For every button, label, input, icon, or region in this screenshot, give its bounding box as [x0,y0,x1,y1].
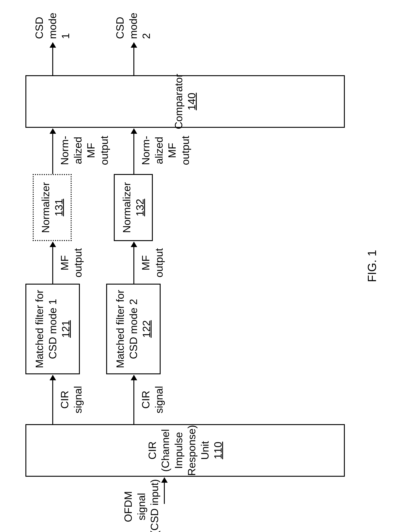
norm2-output-label: Norm- alized MF output [139,131,192,170]
arrow-out-2 [133,43,134,75]
mf2-output-label: MF output [139,246,165,280]
arrow-mf1-norm1 [52,242,53,284]
mf1-label-wrap: Matched filter for CSD mode 1 121 [33,285,72,374]
diagram-canvas: CIR (Channel Impulse Response) Unit 110 … [0,0,396,532]
cir-unit-label: CIR (Channel Impulse Response) Unit 110 [146,425,225,476]
arrow-out-1 [52,43,53,75]
norm1-output-label: Norm- alized MF output [58,131,111,170]
cir-unit-ref: 110 [212,442,224,459]
cir-signal-2-label: CIR signal [139,383,165,416]
arrow-mf2-norm2 [133,242,134,284]
norm1-ref: 131 [53,199,65,216]
comparator-block: Comparator 140 [25,75,345,128]
norm2-label-wrap: Normalizer 132 [120,182,146,233]
input-label: OFDM signal (CSD input) [122,478,161,532]
matched-filter-1-block: Matched filter for CSD mode 1 121 [25,284,80,374]
norm1-label-wrap: Normalizer 131 [39,182,65,233]
mf2-label-wrap: Matched filter for CSD mode 2 122 [114,285,153,374]
arrow-cir-mf2 [133,375,134,424]
output-1-label: CSD mode 1 [33,3,72,39]
arrow-norm1-comp [52,129,53,174]
mf2-text: Matched filter for CSD mode 2 [114,290,139,368]
normalizer-2-block: Normalizer 132 [114,174,153,241]
comparator-text: Comparator [173,74,184,129]
comparator-ref: 140 [186,93,198,110]
mf1-ref: 121 [60,320,71,338]
cir-signal-1-label: CIR signal [58,383,84,416]
figure-caption: FIG. 1 [365,0,379,532]
output-2-label: CSD mode 2 [113,3,153,39]
comparator-label-wrap: Comparator 140 [172,74,198,129]
arrow-cir-mf1 [52,375,53,424]
norm2-text: Normalizer [121,182,133,233]
arrow-norm2-comp [133,129,134,174]
normalizer-1-block: Normalizer 131 [33,174,72,241]
mf1-output-label: MF output [58,246,84,280]
cir-unit-text: CIR (Channel Impulse Response) Unit [146,425,211,476]
mf2-ref: 122 [140,320,152,338]
norm1-text: Normalizer [40,182,51,233]
cir-unit-block: CIR (Channel Impulse Response) Unit 110 [25,424,345,477]
matched-filter-2-block: Matched filter for CSD mode 2 122 [106,284,161,374]
mf1-text: Matched filter for CSD mode 1 [33,290,58,368]
norm2-ref: 132 [134,199,146,216]
arrow-input [164,478,165,504]
page: CIR (Channel Impulse Response) Unit 110 … [0,0,396,532]
